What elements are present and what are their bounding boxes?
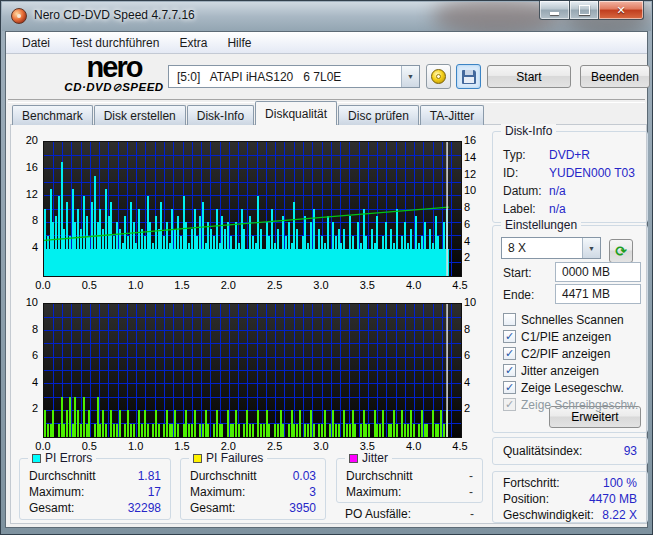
progress-value: 4470 MB [589,491,637,507]
stat-value: - [469,468,473,484]
stat-value: 0.03 [293,468,316,484]
axis-tick-label: 12 [16,188,38,201]
menu-item-datei[interactable]: Datei [12,34,60,52]
axis-tick-label: 16 [16,161,38,174]
save-button[interactable] [456,64,481,89]
axis-tick-label: 4 [464,376,484,389]
disk-info-value: n/a [549,182,566,200]
axis-tick-label: 2.5 [260,440,290,453]
axis-tick-label: 2 [464,402,484,415]
checkbox-zeige-lesegeschw[interactable] [503,381,516,394]
tabpage: PI Errors Durchschnitt1.81Maximum:17Gesa… [10,124,647,524]
app-icon [11,8,27,24]
quality-index-label: Qualitätsindex: [503,438,582,464]
stat-label: Maximum: [346,484,401,500]
stat-value: 1.81 [138,468,161,484]
tab-benchmark[interactable]: Benchmark [12,105,93,125]
nero-logo-text: nero [54,54,174,81]
checkbox-label: Zeige Schreibgeschw. [521,398,638,412]
checkbox-label: C1/PIE anzeigen [521,330,611,344]
tab-ta-jitter[interactable]: TA-Jitter [420,105,484,125]
axis-tick-label: 8 [464,323,484,336]
drive-select[interactable]: [5:0] ATAPI iHAS120 6 7L0E ▼ [168,65,420,88]
disk-info-row: Datum:n/a [503,182,639,200]
axis-tick-label: 12 [464,168,484,181]
stat-value: - [469,484,473,500]
tab-diskqualit-t[interactable]: Diskqualität [255,101,337,125]
disk-info-value: DVD+R [549,146,590,164]
axis-tick-label: 10 [464,184,484,197]
checkbox-label: Zeige Lesegeschw. [521,381,624,395]
axis-tick-label: 0.5 [74,440,104,453]
checkbox-row-schnelles-scannen: Schnelles Scannen [503,312,624,327]
progress-rows: Fortschritt:100 %Position:4470 MBGeschwi… [503,475,637,523]
disk-info-label: ID: [503,164,549,182]
axis-tick-label: 1.5 [167,279,197,292]
pi-errors-svg [44,142,461,276]
app-window: Nero CD-DVD Speed 4.7.7.16 ✕ DateiTest d… [0,0,653,535]
start-position-label: Start: [503,266,532,280]
axis-tick-label: 6 [464,218,484,231]
axis-tick-label: 0.0 [28,440,58,453]
maximize-button[interactable] [570,1,599,20]
pi-failures-legend: PI Failures [189,451,267,465]
stat-value: 32298 [128,500,161,516]
jitter-row: Maximum:- [346,484,473,500]
progress-row-fortschritt: Fortschritt:100 % [503,475,637,491]
disk-info-row: Typ:DVD+R [503,146,639,164]
minimize-button[interactable] [539,1,570,20]
axis-tick-label: 2.0 [213,440,243,453]
tab-disk-info[interactable]: Disk-Info [187,105,254,125]
menu-item-extra[interactable]: Extra [169,34,217,52]
disk-info-title: Disk-Info [501,124,556,138]
axis-tick-label: 1.0 [121,440,151,453]
checkbox-row-zeige-lesegeschw: Zeige Lesegeschw. [503,380,624,395]
disk-info-box: Disk-Info Typ:DVD+RID:YUDEN000 T03Datum:… [492,131,648,223]
disk-info-value: YUDEN000 T03 [549,164,635,182]
stat-label: Durchschnitt [190,468,257,484]
speed-select[interactable]: 8 X ▼ [501,237,601,259]
progress-label: Position: [503,491,549,507]
refresh-button[interactable]: ⟳ [609,239,633,263]
axis-tick-label: 2 [464,251,484,264]
axis-tick-label: 1.0 [121,279,151,292]
chevron-down-icon: ▼ [401,66,419,87]
start-position-field[interactable]: 0000 MB [555,262,641,282]
quality-index-box: Qualitätsindex: 93 [492,437,648,465]
checkbox-schnelles-scannen[interactable] [503,313,516,326]
checkbox-row-zeige-schreibgeschw: Zeige Schreibgeschw. [503,397,638,412]
po-failures-row: PO Ausfälle: - [336,506,483,522]
start-button[interactable]: Start [487,65,571,88]
checkbox-c2-pif-anzeigen[interactable] [503,347,516,360]
pi-failures-rows: Durchschnitt0.03Maximum:3Gesamt:3950 [190,468,316,516]
menu-item-test-durchf-hren[interactable]: Test durchführen [60,34,169,52]
checkbox-label: C2/PIF anzeigen [521,347,610,361]
checkbox-jitter-anzeigen[interactable] [503,364,516,377]
quit-button[interactable]: Beenden [580,65,650,88]
end-position-label: Ende: [503,288,534,302]
checkbox-c1-pie-anzeigen[interactable] [503,330,516,343]
progress-value: 100 % [603,475,637,491]
quality-index-value: 93 [624,438,637,464]
end-position-field[interactable]: 4471 MB [555,284,641,304]
po-failures-value: - [470,506,474,522]
close-button[interactable]: ✕ [599,1,644,20]
progress-row-position: Position:4470 MB [503,491,637,507]
jitter-title: Jitter [362,451,388,465]
axis-tick-label: 20 [16,134,38,147]
checkbox-row-c2-pif-anzeigen: C2/PIF anzeigen [503,346,610,361]
menu-item-hilfe[interactable]: Hilfe [217,34,261,52]
pi-errors-title: PI Errors [45,451,92,465]
tab-disc-pr-fen[interactable]: Disc prüfen [338,105,419,125]
caption-buttons: ✕ [539,1,644,20]
pi-failures-row: Gesamt:3950 [190,500,316,516]
eject-disc-button[interactable] [426,64,451,89]
checkbox-label: Schnelles Scannen [521,313,624,327]
tab-disk-erstellen[interactable]: Disk erstellen [94,105,186,125]
axis-tick-label: 8 [464,201,484,214]
axis-tick-label: 10 [16,296,38,309]
pi-errors-chart [43,141,462,277]
checkbox-label: Jitter anzeigen [521,364,599,378]
stat-label: Durchschnitt [346,468,413,484]
pi-errors-row: Gesamt:32298 [29,500,161,516]
